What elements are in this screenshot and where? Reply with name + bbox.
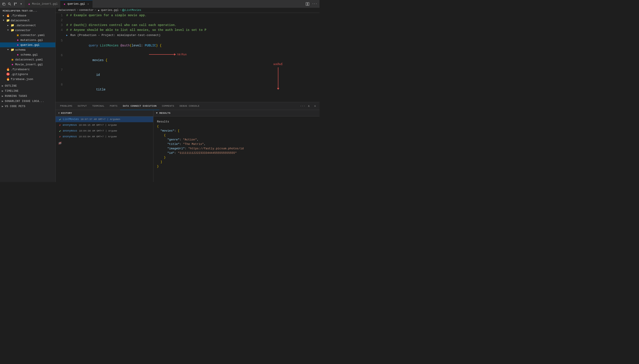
sidebar-item-gitignore[interactable]: ▶ ⛔ .gitignore [0,72,55,77]
sidebar-item-firebase-json[interactable]: ▶ 🔥 firebase.json [0,77,55,82]
sidebar-label-schema: schema [15,48,26,52]
sidebar-item-mutations[interactable]: ▶ ◆ mutations.gql [0,38,55,42]
tab-terminal-label: TERMINAL [92,105,105,107]
results-panel[interactable]: Results { "movies": [ { "genre": "Action… [153,116,320,182]
sidebar-item-queries[interactable]: ▶ ◆ queries.gql [0,42,55,47]
gql-file-movie-insert-icon: ◆ [11,63,14,66]
history-header: ▼ HISTORY [56,110,153,116]
tab-close-button[interactable]: ✕ [86,2,90,6]
breadcrumb-gql-icon: ◆ [97,9,100,12]
sidebar-item-dataconnect-yaml[interactable]: ▶ ▣ dataconnect.yaml [0,57,55,62]
gql-file-icon: ◆ [28,2,31,6]
tab-output-label: OUTPUT [78,105,87,107]
history-item-time-2: 10:04:30 AM GMT+7 | Argume [79,130,117,132]
tab-debug-console[interactable]: DEBUG CONSOLE [177,102,202,110]
history-item-2[interactable]: ✔ anonymous 10:04:30 AM GMT+7 | Argume [56,128,153,134]
tab-problems[interactable]: PROBLEMS [57,102,75,110]
breadcrumb-dataconnect: dataconnect [58,9,76,12]
vscode-pets-label: VS CODE PETS [5,105,25,108]
copy-icon[interactable] [2,2,6,6]
layout-icon[interactable] [304,1,311,7]
sidebar-label-movie-insert: Movie_insert.gql [15,63,43,66]
code-line-5: 5 query ListMovies @auth(level: PUBLIC) … [56,38,320,53]
run-play-icon: ▶ [66,33,68,38]
sidebar-item-running-tasks[interactable]: ▶ RUNNING TASKS [0,94,55,99]
editor-area[interactable]: 1 # # Example queries for a simple movie… [56,13,320,102]
history-item-name-3: anonymous [63,135,77,138]
code-line-2: 2 [56,18,320,23]
history-panel: ▼ HISTORY ✔ ListMovies 10:07:37 AM GMT+7… [56,110,153,182]
tab-movie-insert[interactable]: ◆ Movie_insert.gql [25,0,60,8]
timeline-arrow: ▶ [2,89,4,93]
sidebar-item-dotdataconnect[interactable]: ▶ 📁 .dataconnect [0,23,55,28]
sidebar-item-schema[interactable]: ▼ 📁 schema [0,47,55,52]
results-title: Results [157,118,316,124]
breadcrumb-connector: connector [79,9,94,12]
gql-file-icon-active: ◆ [63,2,66,6]
svg-point-12 [123,10,124,11]
results-header: ▼ RESULTS [153,110,320,116]
folder-icon-connector: 📁 [11,28,14,32]
history-actions [56,140,153,147]
history-item-3[interactable]: ✗ anonymous 10:03:04 AM GMT+7 | Argume [56,134,153,140]
history-item-1[interactable]: ✗ anonymous 10:06:15 AM GMT+7 | Argume [56,122,153,128]
run-button-label: Run (Production – Project: mikelopster-t… [69,33,161,38]
panel-close-icon[interactable]: ✕ [312,103,318,109]
run-button[interactable]: ▶ Run (Production – Project: mikelopster… [66,33,161,38]
sidebar-item-dataconnect[interactable]: ▼ 📁 dataconnect [0,18,55,23]
svg-point-2 [9,3,10,4]
panel-more-icon[interactable]: ··· [300,103,305,109]
more-actions-icon[interactable]: ··· [311,1,318,7]
sidebar-item-outline[interactable]: ▶ OUTLINE [0,83,55,88]
sidebar-item-movie-insert[interactable]: ▶ ◆ Movie_insert.gql [0,62,55,67]
history-action-eye[interactable] [57,140,63,146]
firebase-json-icon: 🔥 [6,77,10,81]
history-item-name-1: anonymous [63,124,77,127]
sidebar-item-connector[interactable]: ▼ 📁 connector [0,28,55,33]
json-output: { "movies": [ { "genre": "Action", "titl… [157,124,316,169]
sidebar-label-dotdataconnect: .dataconnect [15,24,36,27]
code-editor[interactable]: 1 # # Example queries for a simple movie… [56,13,320,102]
tree-arrow-firebase: ▶ [2,14,5,17]
firebase-rc-icon: 🔥 [6,68,10,71]
branch-icon[interactable] [13,2,17,6]
tab-terminal[interactable]: TERMINAL [90,102,107,110]
panel-tab-actions: ··· ∧ ✕ [300,103,318,109]
status-err-icon-1: ✗ [59,124,61,127]
sidebar-item-timeline[interactable]: ▶ TIMELINE [0,88,55,94]
search-icon[interactable] [8,2,12,6]
folder-icon-dataconnect: 📁 [6,19,10,22]
sidebar-label-queries: queries.gql [21,43,40,47]
tab-data-connect-execution[interactable]: DATA CONNECT EXECUTION [120,102,159,110]
breadcrumb-list-movies: ListMovies [122,9,141,12]
panel-expand-icon[interactable]: ∧ [306,103,311,109]
outline-arrow: ▶ [2,84,4,88]
panel-content: ▼ HISTORY ✔ ListMovies 10:07:37 AM GMT+7… [56,110,320,182]
sidebar-item-sonarlint[interactable]: ▶ SONARLINT ISSUE LOCA... [0,99,55,104]
sidebar-label-firebase-json: firebase.json [11,78,33,81]
sidebar-item-connector-yaml[interactable]: ▶ ▣ connector.yaml [0,33,55,38]
tab-queries[interactable]: ◆ queries.gql ✕ [60,0,93,8]
tab-output[interactable]: OUTPUT [75,102,89,110]
sidebar-item-vscode-pets[interactable]: ▶ VS CODE PETS [0,104,55,109]
tab-data-connect-label: DATA CONNECT EXECUTION [123,105,157,107]
svg-rect-1 [3,3,5,5]
code-line-1: 1 # # Example queries for a simple movie… [56,13,320,18]
history-item-name-2: anonymous [63,129,77,132]
svg-point-4 [14,3,15,4]
code-line-run[interactable]: ▶ Run (Production – Project: mikelopster… [56,33,320,38]
status-ok-icon-0: ✔ [59,118,61,121]
firebase-folder-icon: 🔥 [6,14,10,17]
history-item-time-0: 10:07:37 AM GMT+7 | Argumen [81,118,120,121]
main-area: MIKELOPSTER-TEST-CO... ▶ 🔥 .firebase ▼ 📁… [0,8,320,182]
tab-debug-label: DEBUG CONSOLE [179,105,199,107]
folder-icon-schema: 📁 [11,48,14,52]
sidebar-item-schema-gql[interactable]: ▶ ◆ schema.gql [0,52,55,57]
tab-ports[interactable]: PORTS [107,102,120,110]
history-item-0[interactable]: ✔ ListMovies 10:07:37 AM GMT+7 | Argumen [56,116,153,122]
tab-comments[interactable]: COMMENTS [159,102,177,110]
sidebar-item-firebaserc[interactable]: ▶ 🔥 .firebaserc [0,67,55,72]
chevron-down-icon[interactable]: ▾ [19,2,23,6]
sidebar-label-schema-gql: schema.gql [21,53,38,56]
sidebar-item-firebase[interactable]: ▶ 🔥 .firebase [0,13,55,18]
